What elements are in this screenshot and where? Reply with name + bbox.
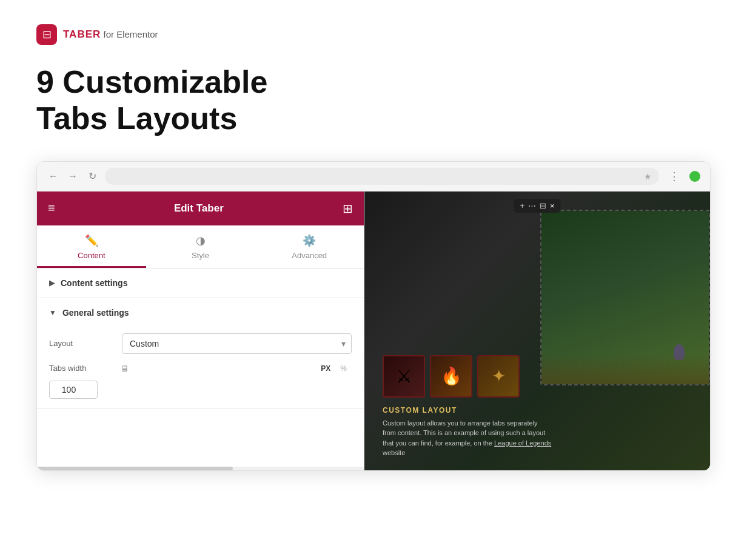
toolbar-close-icon[interactable]: × — [550, 201, 555, 210]
unit-toggle: PX % — [316, 362, 352, 375]
main-heading: 9 Customizable Tabs Layouts — [36, 64, 400, 137]
tabs-width-input[interactable] — [49, 381, 98, 399]
toolbar-move-icon[interactable]: ⋯ — [528, 201, 536, 210]
tabs-width-field: Tabs width 🖥 PX % — [49, 362, 352, 399]
content-tab-label: Content — [78, 251, 106, 260]
browser-mockup: ← → ↻ ★ ⋮ ≡ Edit Taber ⊞ — [36, 161, 711, 471]
mini-preview-inner — [541, 211, 709, 384]
back-button[interactable]: ← — [47, 170, 60, 183]
tabs-width-row: Tabs width 🖥 PX % — [49, 362, 352, 375]
layout-desc-title: CUSTOM LAYOUT — [383, 406, 552, 415]
layout-description: CUSTOM LAYOUT Custom layout allows you t… — [383, 406, 552, 458]
game-terrain — [541, 354, 709, 384]
layout-desc-suffix: website — [383, 449, 405, 456]
panel-header: ≡ Edit Taber ⊞ — [37, 192, 364, 225]
logo-taber: TABER — [63, 28, 101, 40]
tabs-width-label: Tabs width — [49, 364, 116, 373]
advanced-tab-label: Advanced — [292, 251, 327, 260]
browser-content: ≡ Edit Taber ⊞ ✏️ Content ◑ Style ⚙️ — [37, 192, 710, 470]
panel-scrollbar-thumb — [37, 467, 233, 470]
hamburger-icon[interactable]: ≡ — [48, 201, 55, 215]
content-settings-arrow: ▶ — [49, 279, 55, 287]
layout-select-wrapper: Custom Default Horizontal Vertical ▾ — [122, 333, 352, 354]
panel-scrollbar[interactable] — [37, 467, 364, 470]
tab-style[interactable]: ◑ Style — [146, 225, 255, 268]
content-settings-header[interactable]: ▶ Content settings — [37, 268, 364, 298]
general-settings-label: General settings — [62, 308, 129, 318]
logo-icon: ⊟ — [36, 24, 57, 45]
layout-field-label: Layout — [49, 339, 116, 348]
content-settings-label: Content settings — [61, 278, 127, 288]
address-bar[interactable]: ★ — [105, 168, 659, 185]
logo-icon-symbol: ⊟ — [42, 28, 52, 41]
browser-chrome: ← → ↻ ★ ⋮ — [37, 162, 710, 192]
preview-background: + ⋯ ⊟ × ⚔ 🔥 ✦ — [364, 192, 710, 470]
general-settings-section: ▼ General settings Layout Custom Default — [37, 298, 364, 409]
heading-line1: 9 Customizable — [36, 64, 267, 99]
layout-select[interactable]: Custom Default Horizontal Vertical — [122, 333, 352, 354]
heading-line2: Tabs Layouts — [36, 101, 237, 136]
panel-tabs: ✏️ Content ◑ Style ⚙️ Advanced — [37, 225, 364, 268]
tab-content[interactable]: ✏️ Content — [37, 225, 146, 268]
champion-1-icon: ⚔ — [396, 365, 412, 387]
champion-3-icon: ✦ — [492, 366, 506, 386]
tab-advanced[interactable]: ⚙️ Advanced — [255, 225, 364, 268]
status-indicator — [689, 171, 700, 182]
general-settings-header[interactable]: ▼ General settings — [37, 298, 364, 327]
unit-px-button[interactable]: PX — [316, 362, 335, 375]
monitor-icon: 🖥 — [121, 364, 129, 373]
logo-for: for Elementor — [101, 29, 158, 39]
preview-toolbar: + ⋯ ⊟ × — [514, 199, 560, 213]
content-settings-section: ▶ Content settings — [37, 268, 364, 298]
content-tab-icon: ✏️ — [85, 234, 98, 247]
toolbar-widget-icon[interactable]: ⊟ — [540, 201, 546, 210]
champion-2-icon: 🔥 — [441, 366, 462, 386]
general-settings-arrow: ▼ — [49, 308, 56, 317]
champion-3: ✦ — [477, 355, 520, 398]
mini-preview-window: ⊞ — [540, 210, 710, 385]
style-tab-label: Style — [192, 251, 209, 260]
unit-percent-button[interactable]: % — [335, 362, 352, 375]
editor-panel: ≡ Edit Taber ⊞ ✏️ Content ◑ Style ⚙️ — [37, 192, 364, 470]
style-tab-icon: ◑ — [196, 234, 206, 247]
champion-row: ⚔ 🔥 ✦ — [383, 355, 520, 398]
panel-title: Edit Taber — [174, 202, 224, 215]
toolbar-add-icon[interactable]: + — [520, 201, 524, 210]
layout-desc-text: Custom layout allows you to arrange tabs… — [383, 418, 552, 458]
grid-icon[interactable]: ⊞ — [343, 201, 353, 216]
general-settings-body: Layout Custom Default Horizontal Vertica… — [37, 327, 364, 408]
advanced-tab-icon: ⚙️ — [303, 234, 316, 247]
layout-desc-link[interactable]: League of Legends — [494, 439, 551, 447]
champion-2: 🔥 — [430, 355, 472, 398]
forward-button[interactable]: → — [66, 170, 79, 183]
reload-button[interactable]: ↻ — [85, 170, 99, 183]
tabs-width-input-wrapper — [49, 381, 352, 399]
preview-panel: + ⋯ ⊟ × ⚔ 🔥 ✦ — [364, 192, 710, 470]
layout-field-row: Layout Custom Default Horizontal Vertica… — [49, 333, 352, 354]
bookmark-icon: ★ — [644, 172, 652, 181]
logo-text: TABER for Elementor — [63, 28, 158, 41]
champion-1: ⚔ — [383, 355, 425, 398]
page-wrapper: ⊟ TABER for Elementor 9 Customizable Tab… — [0, 0, 747, 560]
more-options-icon[interactable]: ⋮ — [669, 170, 680, 183]
logo-bar: ⊟ TABER for Elementor — [36, 24, 711, 45]
